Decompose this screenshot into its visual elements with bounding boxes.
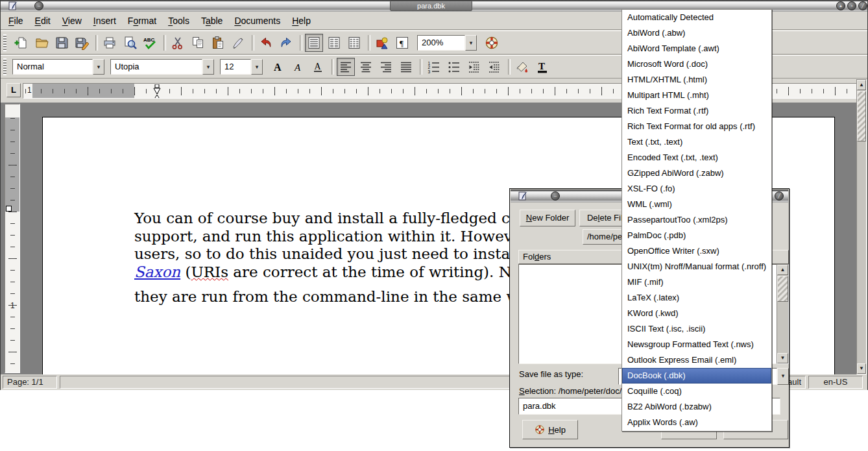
numbered-list-button[interactable]: 123 [425,58,443,76]
copy-button[interactable] [189,34,207,52]
format-option[interactable]: LaTeX (.latex) [622,290,771,306]
hyperlink[interactable]: Saxon [134,263,180,280]
format-option[interactable]: Applix Words (.aw) [622,415,771,430]
underline-button[interactable]: A [309,58,327,76]
chevron-down-icon[interactable]: ▾ [465,35,477,51]
format-option[interactable]: WML (.wml) [622,197,771,212]
scroll-down-icon[interactable]: ▼ [777,353,788,363]
print-button[interactable] [101,34,119,52]
menu-tools[interactable]: Tools [168,16,189,26]
format-option[interactable]: DocBook (.dbk) [622,368,771,384]
menu-table[interactable]: Table [201,16,223,26]
font-size-combo[interactable]: 12 ▾ [220,59,263,75]
increase-indent-button[interactable] [485,58,503,76]
chevron-down-icon[interactable]: ▾ [777,368,789,385]
format-option[interactable]: Automatically Detected [622,10,771,25]
close-button[interactable] [775,191,784,201]
format-option[interactable]: PalmDoc (.pdb) [622,228,771,243]
two-columns-button[interactable] [325,34,343,52]
format-option[interactable]: Newsgroup Formatted Text (.nws) [622,337,771,352]
format-option[interactable]: Outlook Express Email (.eml) [622,352,771,368]
format-option[interactable]: ISCII Text (.isc, .iscii) [622,321,771,337]
font-color-button[interactable]: T [533,58,551,76]
paragraph-style-combo[interactable]: Normal ▾ [12,59,104,75]
save-file-button[interactable] [53,34,71,52]
format-option[interactable]: XSL-FO (.fo) [622,181,771,197]
top-margin-marker[interactable] [6,206,12,212]
align-justify-button[interactable] [397,58,415,76]
insert-graphic-button[interactable] [373,34,391,52]
spellcheck-button[interactable]: ABC [141,34,159,52]
print-preview-button[interactable] [121,34,139,52]
format-option[interactable]: Rich Text Format for old apps (.rtf) [622,119,771,134]
format-option[interactable]: Rich Text Format (.rtf) [622,103,771,119]
align-right-button[interactable] [377,58,395,76]
chevron-down-icon[interactable]: ▾ [251,59,263,75]
italic-button[interactable]: A [289,58,307,76]
cut-button[interactable] [169,34,187,52]
format-option[interactable]: Encoded Text (.txt, .text) [622,150,771,165]
format-option[interactable]: OpenOffice Writer (.sxw) [622,243,771,259]
bold-button[interactable]: A [269,58,287,76]
close-button[interactable] [858,1,867,10]
toolbar-grip[interactable] [3,34,6,51]
format-option[interactable]: AbiWord Template (.awt) [622,41,771,56]
folders-header[interactable]: Folders [518,250,635,264]
format-option[interactable]: Microsoft Word (.doc) [622,56,771,72]
format-option[interactable]: GZipped AbiWord (.zabw) [622,165,771,181]
align-left-button[interactable] [337,58,355,76]
save-as-button[interactable] [73,34,91,52]
toolbar-grip[interactable] [3,58,6,75]
format-option[interactable]: UNIX(tm) Nroff/Manual format (.nroff) [622,259,771,274]
scroll-down-icon[interactable]: ▼ [857,363,866,374]
tab-type-selector[interactable]: L [6,83,21,97]
zoom-combo[interactable]: 200% ▾ [417,35,477,51]
format-option[interactable]: MIF (.mif) [622,274,771,290]
one-column-button[interactable] [305,34,323,52]
bullet-list-button[interactable] [445,58,463,76]
new-document-button[interactable] [12,34,30,52]
show-formatting-marks-button[interactable]: ¶ [393,34,411,52]
format-option[interactable]: Text (.txt, .text) [622,134,771,150]
scrollbar-thumb[interactable] [777,276,788,302]
scroll-up-icon[interactable]: ▲ [857,80,866,90]
dialog-help-button[interactable]: Help [522,420,578,439]
vertical-scrollbar[interactable]: ▲ ▼ [856,79,867,374]
format-option[interactable]: KWord (.kwd) [622,306,771,321]
menu-view[interactable]: View [62,16,82,26]
shade-button[interactable] [836,1,845,10]
maximize-button[interactable] [847,1,856,10]
menu-edit[interactable]: Edit [35,16,51,26]
three-columns-button[interactable] [345,34,363,52]
menu-file[interactable]: File [8,16,23,26]
open-file-button[interactable] [32,34,51,52]
files-scrollbar[interactable]: ▲ ▼ [777,264,789,364]
paragraph-indent-marker[interactable] [152,84,162,99]
paste-button[interactable] [209,34,227,52]
menu-insert[interactable]: Insert [93,16,116,26]
highlight-color-button[interactable] [513,58,531,76]
menu-format[interactable]: Format [128,16,156,26]
language-indicator[interactable]: en-US [808,376,863,389]
format-option[interactable]: PassepartoutToo (.xml2ps) [622,212,771,228]
align-center-button[interactable] [357,58,375,76]
redo-button[interactable] [277,34,295,52]
font-combo[interactable]: Utopia ▾ [110,59,214,75]
chevron-down-icon[interactable]: ▾ [202,59,214,75]
format-option[interactable]: Multipart HTML (.mht) [622,88,771,103]
format-painter-button[interactable] [229,34,247,52]
vertical-ruler[interactable]: 1 [5,104,20,373]
undo-button[interactable] [257,34,275,52]
new-folder-button[interactable]: New Folder [520,210,575,226]
help-button[interactable] [483,34,501,52]
menu-help[interactable]: Help [292,16,311,26]
format-option[interactable]: AbiWord (.abw) [622,25,771,41]
chevron-down-icon[interactable]: ▾ [93,59,104,75]
format-option[interactable]: BZ2 AbiWord (.bzabw) [622,399,771,415]
format-option[interactable]: Coquille (.coq) [622,384,771,399]
decrease-indent-button[interactable] [465,58,483,76]
scrollbar-thumb[interactable] [857,91,866,141]
scroll-up-icon[interactable]: ▲ [777,265,788,275]
format-option[interactable]: HTML/XHTML (.html) [622,72,771,88]
menu-documents[interactable]: Documents [234,16,280,26]
